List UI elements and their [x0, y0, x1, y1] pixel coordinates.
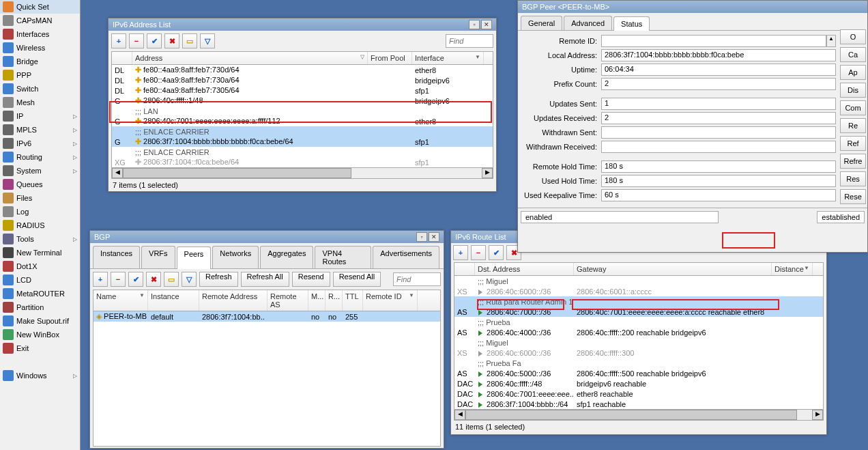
close-button[interactable]: ✕ [481, 20, 492, 29]
sidebar-item-radius[interactable]: RADIUS [0, 219, 80, 232]
action-button[interactable]: Res [840, 171, 866, 186]
refresh-button[interactable]: Refresh [199, 272, 238, 287]
route-row[interactable]: DAC 2806:40c:ffff::/48bridgeipv6 reachab… [454, 378, 823, 389]
address-row[interactable]: G✚ 2806:40c:7001:eeee:eeee:eeee:a:ffff/1… [112, 116, 493, 126]
col-header[interactable]: M... [308, 290, 326, 311]
sidebar-item-metarouter[interactable]: MetaROUTER [0, 287, 80, 300]
remove-button[interactable]: − [111, 272, 126, 287]
address-row[interactable]: G✚ 2806:3f7:1004:bbbb:bbbb:bbbb:f0ca:beb… [112, 137, 493, 147]
tab-advanced[interactable]: Advanced [564, 16, 612, 30]
address-row[interactable]: DL✚ fe80::4aa9:8aff:feb7:7305/64sfp1 [112, 85, 493, 96]
sidebar-item-interfaces[interactable]: Interfaces [0, 27, 80, 41]
sidebar-item-system[interactable]: System▷ [0, 164, 80, 178]
route-row[interactable]: XS 2806:40c:6000::/362806:40c:6001::a:cc… [454, 286, 823, 296]
filter-button[interactable]: ▽ [182, 272, 197, 287]
section-row[interactable]: ;;; ENLACE CARRIER [112, 126, 493, 137]
sidebar-item-tools[interactable]: Tools▷ [0, 232, 80, 246]
enable-button[interactable]: ✔ [128, 272, 143, 287]
col-header[interactable]: Remote AS [267, 290, 308, 311]
sidebar-item-make-supout-rif[interactable]: Make Supout.rif [0, 314, 80, 328]
address-row[interactable]: XG✚ 2806:3f7:1004::f0ca:bebe/64sfp1 [112, 157, 493, 167]
col-header[interactable]: Remote ID▼ [363, 290, 418, 311]
comment-button[interactable]: ▭ [164, 272, 179, 287]
sidebar-item-files[interactable]: Files [0, 191, 80, 205]
remove-button[interactable]: − [471, 245, 486, 260]
action-button[interactable]: O [840, 29, 866, 44]
action-button[interactable]: Re [840, 118, 866, 133]
sidebar-item-new-terminal[interactable]: New Terminal [0, 246, 80, 259]
col-header[interactable]: Name▼ [93, 290, 148, 311]
disable-button[interactable]: ✖ [146, 272, 161, 287]
sidebar-item-mpls[interactable]: MPLS▷ [0, 123, 80, 137]
add-button[interactable]: + [453, 245, 468, 260]
sidebar-item-partition[interactable]: Partition [0, 300, 80, 314]
sidebar-item-ip[interactable]: IP▷ [0, 109, 80, 123]
resend-all-button[interactable]: Resend All [333, 272, 381, 287]
address-row[interactable]: DL✚ fe80::4aa9:8aff:feb7:730a/64bridgeip… [112, 75, 493, 85]
route-row[interactable]: AS 2806:40c:5000::/362806:40c:ffff::500 … [454, 368, 823, 378]
action-button[interactable]: Ap [840, 65, 866, 80]
find-input[interactable] [446, 34, 493, 48]
col-header[interactable]: Remote Address [199, 290, 267, 311]
tab-instances[interactable]: Instances [93, 246, 140, 268]
comment-button[interactable]: ▭ [182, 33, 197, 48]
remove-button[interactable]: − [129, 33, 144, 48]
filter-button[interactable]: ▽ [200, 33, 215, 48]
window-titlebar[interactable]: IPv6 Address List ▫ ✕ [108, 18, 496, 31]
window-titlebar[interactable]: BGP ▫ ✕ [90, 231, 444, 243]
tab-networks[interactable]: Networks [212, 246, 259, 268]
disable-button[interactable]: ✖ [164, 33, 179, 48]
action-button[interactable]: Ca [840, 47, 866, 62]
table-header[interactable]: Name▼InstanceRemote AddressRemote ASM...… [93, 290, 440, 311]
sidebar-item-mesh[interactable]: Mesh [0, 96, 80, 109]
col-header[interactable]: TTL [343, 290, 363, 311]
route-row[interactable]: XS 2806:40c:6000::/362806:40c:ffff::300 [454, 348, 823, 358]
route-row[interactable]: DAC 2806:3f7:1004:bbbb::/64sfp1 reachabl… [454, 399, 823, 409]
tab-peers[interactable]: Peers [177, 247, 212, 269]
minimize-button[interactable]: ▫ [416, 232, 427, 242]
sidebar-item-queues[interactable]: Queues [0, 178, 80, 191]
route-row[interactable]: AS 2806:40c:7000::/362806:40c:7001:eeee:… [454, 307, 823, 317]
add-button[interactable]: + [111, 33, 126, 48]
action-button[interactable]: Rese [840, 189, 866, 204]
tab-aggregates[interactable]: Aggregates [260, 246, 313, 268]
address-row[interactable]: G✚ 2806:40c:ffff::1/48bridgeipv6 [112, 96, 493, 106]
tab-status[interactable]: Status [613, 16, 650, 31]
sidebar-item-wireless[interactable]: Wireless [0, 41, 80, 55]
action-button[interactable]: Refre [840, 154, 866, 169]
table-header[interactable]: Address▽ From Pool Interface▼ [112, 52, 493, 65]
enable-button[interactable]: ✔ [147, 33, 162, 48]
close-button[interactable]: ✕ [429, 232, 439, 242]
h-scrollbar[interactable]: ◀▶ [112, 167, 493, 178]
h-scrollbar[interactable]: ◀▶ [454, 409, 823, 420]
minimize-button[interactable]: ▫ [469, 20, 480, 29]
tab-general[interactable]: General [521, 16, 562, 30]
table-header[interactable]: Dst. Address Gateway Distance▼ [454, 263, 823, 276]
col-header[interactable]: R... [326, 290, 343, 311]
section-row[interactable]: ;;; Prueba Fa [454, 358, 823, 368]
route-row[interactable]: DAC 2806:40c:7001:eeee:eee..ether8 reach… [454, 389, 823, 399]
sidebar-item-routing[interactable]: Routing▷ [0, 150, 80, 164]
peer-row[interactable]: ◈ PEER-to-MBdefault2806:3f7:1004:bb..non… [93, 311, 440, 322]
tab-vrfs[interactable]: VRFs [141, 246, 175, 268]
tab-vpn4-routes[interactable]: VPN4 Routes [315, 246, 371, 268]
sidebar-item-dot1x[interactable]: Dot1X [0, 259, 80, 273]
add-button[interactable]: + [93, 272, 108, 287]
sidebar-item-windows[interactable]: Windows▷ [0, 369, 80, 382]
route-row[interactable]: AS 2806:40c:4000::/362806:40c:ffff::200 … [454, 327, 823, 337]
sidebar-item-exit[interactable]: Exit [0, 341, 80, 355]
tab-advertisements[interactable]: Advertisements [373, 246, 439, 268]
window-titlebar[interactable]: BGP Peer <PEER-to-MB> [518, 1, 867, 13]
refresh-all-button[interactable]: Refresh All [241, 272, 289, 287]
find-input[interactable] [393, 272, 441, 286]
sidebar-item-lcd[interactable]: LCD [0, 273, 80, 287]
sidebar-item-switch[interactable]: Switch [0, 82, 80, 96]
sidebar-item-new-winbox[interactable]: New WinBox [0, 328, 80, 341]
section-row[interactable]: ;;; Miguel [454, 276, 823, 286]
resend-button[interactable]: Resend [292, 272, 330, 287]
sidebar-item-bridge[interactable]: Bridge [0, 55, 80, 68]
section-row[interactable]: ;;; Prueba [454, 317, 823, 327]
action-button[interactable]: Dis [840, 83, 866, 98]
action-button[interactable]: Ref [840, 136, 866, 151]
section-row[interactable]: ;;; LAN [112, 106, 493, 116]
